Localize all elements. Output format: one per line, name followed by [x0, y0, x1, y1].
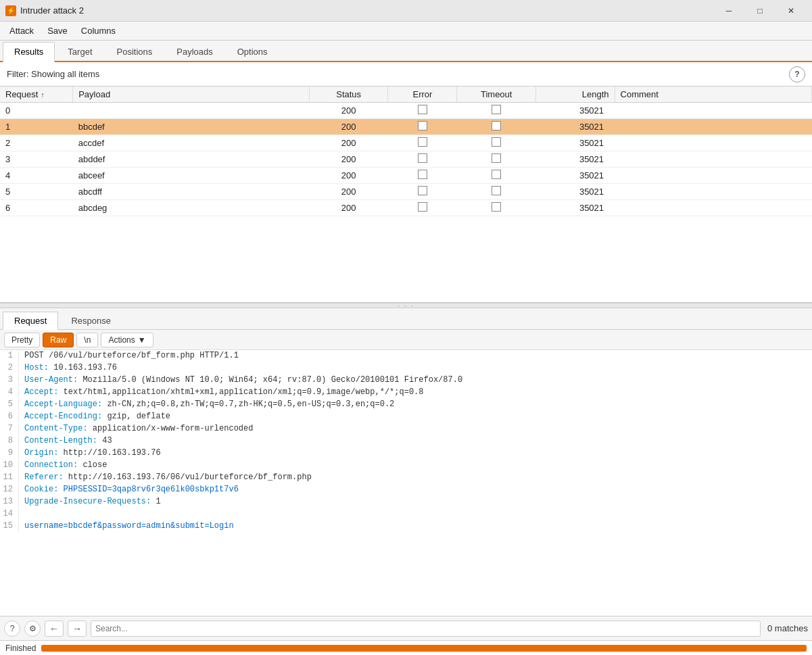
close-button[interactable]: ✕	[775, 0, 807, 22]
cell-id: 6	[0, 200, 73, 216]
line-content: Referer: http://10.163.193.76/06/vul/bur…	[19, 472, 312, 483]
code-editor[interactable]: 1POST /06/vul/burteforce/bf_form.php HTT…	[0, 350, 812, 616]
table-row[interactable]: 1 bbcdef 200 35021	[0, 119, 812, 135]
cell-status: 200	[309, 119, 388, 135]
sort-arrow: ↑	[41, 91, 44, 99]
cell-length: 35021	[536, 168, 615, 184]
menu-bar: Attack Save Columns	[0, 22, 812, 41]
forward-button[interactable]: →	[68, 621, 87, 637]
cell-payload: abcdeg	[73, 200, 310, 216]
line-content: Cookie: PHPSESSID=3qap8rv6r3qe6lk00sbkp1…	[19, 485, 239, 495]
table-header-row: Request↑ Payload Status Error Timeout Le…	[0, 87, 812, 103]
table-body: 0 200 35021 1 bbcdef 200 35021 2 accdef …	[0, 103, 812, 216]
cell-id: 0	[0, 103, 73, 119]
line-number: 10	[0, 460, 19, 471]
cell-payload: abceef	[73, 168, 310, 184]
title-bar: ⚡ Intruder attack 2 ─ □ ✕	[0, 0, 812, 22]
line-number: 8	[0, 436, 19, 447]
results-table: Request↑ Payload Status Error Timeout Le…	[0, 87, 812, 216]
table-row[interactable]: 3 abddef 200 35021	[0, 151, 812, 168]
search-input[interactable]	[91, 621, 761, 637]
settings-icon-button[interactable]: ⚙	[24, 621, 41, 637]
matches-count: 0 matches	[767, 623, 808, 633]
maximize-button[interactable]: □	[744, 0, 775, 22]
cell-comment	[615, 135, 811, 151]
table-row[interactable]: 4 abceef 200 35021	[0, 168, 812, 184]
table-row[interactable]: 5 abcdff 200 35021	[0, 184, 812, 200]
finished-progress-fill	[41, 645, 807, 652]
menu-save[interactable]: Save	[41, 23, 74, 39]
col-header-payload[interactable]: Payload	[73, 87, 310, 103]
tab-positions[interactable]: Positions	[105, 42, 164, 61]
pretty-button[interactable]: Pretty	[4, 333, 40, 347]
cell-error	[388, 200, 457, 216]
filter-help-button[interactable]: ?	[789, 66, 805, 82]
tab-results[interactable]: Results	[3, 42, 55, 62]
cell-error	[388, 168, 457, 184]
tab-payloads[interactable]: Payloads	[165, 42, 224, 61]
raw-button[interactable]: Raw	[43, 333, 74, 347]
code-line: 2Host: 10.163.193.76	[0, 362, 812, 374]
filter-text: Filter: Showing all items	[7, 69, 99, 79]
results-table-container: Request↑ Payload Status Error Timeout Le…	[0, 87, 812, 303]
col-header-comment[interactable]: Comment	[615, 87, 811, 103]
line-number: 3	[0, 375, 19, 386]
cell-length: 35021	[536, 103, 615, 119]
minimize-button[interactable]: ─	[713, 0, 744, 22]
finished-bar: Finished	[0, 640, 812, 655]
col-header-length[interactable]: Length	[536, 87, 615, 103]
tab-response[interactable]: Response	[59, 312, 122, 329]
back-button[interactable]: ←	[45, 621, 64, 637]
menu-columns[interactable]: Columns	[74, 23, 122, 39]
menu-attack[interactable]: Attack	[3, 23, 41, 39]
table-row[interactable]: 0 200 35021	[0, 103, 812, 119]
line-content: User-Agent: Mozilla/5.0 (Windows NT 10.0…	[19, 375, 462, 386]
line-content: Origin: http://10.163.193.76	[19, 448, 161, 459]
code-line: 1POST /06/vul/burteforce/bf_form.php HTT…	[0, 350, 812, 362]
line-number: 5	[0, 399, 19, 410]
col-header-request[interactable]: Request↑	[0, 87, 73, 103]
help-icon-button[interactable]: ?	[4, 621, 20, 637]
req-res-tab-bar: Request Response	[0, 308, 812, 330]
tab-request[interactable]: Request	[3, 312, 58, 330]
line-content: username=bbcdef&password=admin&submit=Lo…	[19, 521, 234, 532]
cell-payload: abddef	[73, 151, 310, 168]
line-content: Connection: close	[19, 460, 107, 471]
code-line: 5Accept-Language: zh-CN,zh;q=0.8,zh-TW;q…	[0, 399, 812, 411]
newline-button[interactable]: \n	[76, 333, 98, 347]
cell-error	[388, 135, 457, 151]
code-line: 10Connection: close	[0, 460, 812, 472]
cell-length: 35021	[536, 184, 615, 200]
code-line: 8Content-Length: 43	[0, 435, 812, 447]
table-row[interactable]: 2 accdef 200 35021	[0, 135, 812, 151]
line-content: Content-Type: application/x-www-form-url…	[19, 424, 253, 435]
cell-length: 35021	[536, 119, 615, 135]
col-header-status[interactable]: Status	[309, 87, 388, 103]
table-row[interactable]: 6 abcdeg 200 35021	[0, 200, 812, 216]
finished-label: Finished	[5, 644, 36, 653]
panel-divider[interactable]: · · ·	[0, 303, 812, 308]
tab-options[interactable]: Options	[226, 42, 279, 61]
col-header-error[interactable]: Error	[388, 87, 457, 103]
line-content	[19, 509, 24, 520]
cell-timeout	[457, 184, 536, 200]
col-header-timeout[interactable]: Timeout	[457, 87, 536, 103]
filter-bar: Filter: Showing all items ?	[0, 62, 812, 87]
line-number: 1	[0, 351, 19, 362]
cell-error	[388, 119, 457, 135]
tab-target[interactable]: Target	[56, 42, 103, 61]
bottom-panel: Request Response Pretty Raw \n Actions ▼…	[0, 308, 812, 616]
cell-error	[388, 184, 457, 200]
finished-progress-bar	[41, 645, 807, 652]
line-content: Upgrade-Insecure-Requests: 1	[19, 497, 161, 508]
cell-id: 5	[0, 184, 73, 200]
cell-payload	[73, 103, 310, 119]
app-icon: ⚡	[5, 5, 16, 16]
cell-id: 1	[0, 119, 73, 135]
actions-button[interactable]: Actions ▼	[101, 333, 153, 347]
window-title: Intruder attack 2	[20, 5, 84, 16]
cell-length: 35021	[536, 135, 615, 151]
cell-status: 200	[309, 200, 388, 216]
cell-id: 3	[0, 151, 73, 168]
cell-timeout	[457, 151, 536, 168]
